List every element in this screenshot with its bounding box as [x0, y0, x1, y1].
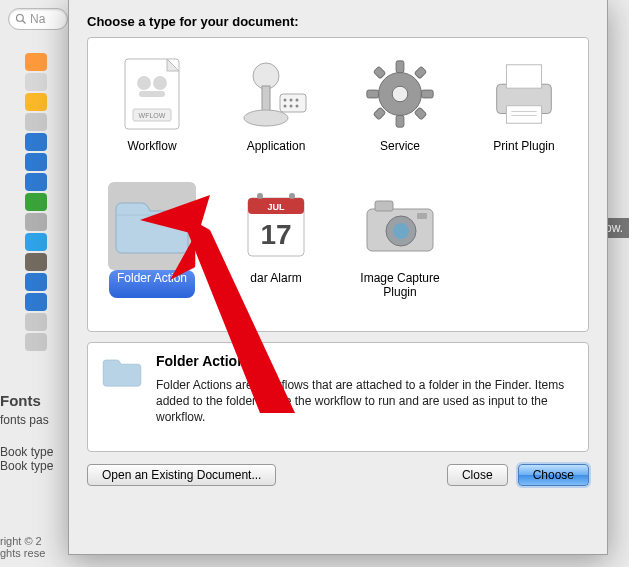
- svg-point-13: [290, 99, 293, 102]
- svg-point-37: [257, 193, 263, 199]
- svg-point-10: [244, 110, 288, 126]
- dock-item[interactable]: [25, 173, 47, 191]
- svg-point-42: [393, 223, 409, 239]
- type-grid-container: WFLOW Workflow: [87, 37, 589, 332]
- dock-item[interactable]: [25, 253, 47, 271]
- service-icon: [356, 50, 444, 138]
- fonts-text: Book type: [0, 459, 53, 473]
- svg-rect-25: [414, 107, 426, 119]
- svg-point-38: [289, 193, 295, 199]
- dock-item[interactable]: [25, 273, 47, 291]
- dock-item[interactable]: [25, 233, 47, 251]
- type-label: Workflow: [119, 138, 184, 166]
- image-capture-plugin-icon: [356, 182, 444, 270]
- svg-rect-7: [139, 91, 165, 97]
- fonts-text: Book type: [0, 445, 53, 459]
- svg-point-19: [392, 86, 408, 102]
- svg-point-15: [284, 105, 287, 108]
- svg-line-1: [23, 21, 26, 24]
- type-service[interactable]: Service: [340, 44, 460, 172]
- choose-button[interactable]: Choose: [518, 464, 589, 486]
- dialog-button-row: Open an Existing Document... Close Choos…: [87, 464, 589, 486]
- type-description-panel: Folder Action Folder Actions are workflo…: [87, 342, 589, 452]
- workflow-icon: WFLOW: [108, 50, 196, 138]
- fonts-text: fonts pas: [0, 413, 53, 427]
- print-plugin-icon: [480, 50, 568, 138]
- svg-rect-11: [280, 94, 306, 112]
- svg-rect-27: [373, 107, 385, 119]
- svg-point-0: [17, 15, 24, 22]
- open-existing-button[interactable]: Open an Existing Document...: [87, 464, 276, 486]
- dialog-title: Choose a type for your document:: [87, 14, 589, 29]
- type-label: Service: [372, 138, 428, 166]
- calendar-alarm-icon: JUL 17: [232, 182, 320, 270]
- type-description-text: Folder Action Folder Actions are workflo…: [156, 353, 576, 441]
- dock-item[interactable]: [25, 213, 47, 231]
- dock-item[interactable]: [25, 333, 47, 351]
- dock-item[interactable]: [25, 73, 47, 91]
- svg-rect-26: [414, 66, 426, 78]
- type-label: Print Plugin: [485, 138, 562, 166]
- svg-text:WFLOW: WFLOW: [139, 112, 166, 119]
- dock-item[interactable]: [25, 313, 47, 331]
- svg-point-12: [284, 99, 287, 102]
- svg-rect-21: [396, 115, 404, 127]
- dock-item[interactable]: [25, 193, 47, 211]
- type-label: Image Capture Plugin: [342, 270, 458, 301]
- dock-item[interactable]: [25, 53, 47, 71]
- svg-rect-43: [417, 213, 427, 219]
- svg-rect-24: [373, 66, 385, 78]
- type-image-capture-plugin[interactable]: Image Capture Plugin: [340, 176, 460, 307]
- fonts-heading: Fonts: [0, 392, 53, 409]
- svg-text:17: 17: [260, 219, 291, 250]
- app-sidebar: [25, 53, 49, 351]
- close-button[interactable]: Close: [447, 464, 508, 486]
- svg-rect-40: [375, 201, 393, 211]
- svg-rect-23: [421, 90, 433, 98]
- bg-fonts-panel: Fonts fonts pas Book type Book type: [0, 392, 53, 473]
- dock-item[interactable]: [25, 113, 47, 131]
- dock-item[interactable]: [25, 153, 47, 171]
- type-print-plugin[interactable]: Print Plugin: [464, 44, 584, 172]
- application-icon: [232, 50, 320, 138]
- svg-point-14: [296, 99, 299, 102]
- type-calendar-alarm[interactable]: JUL 17 dar Alarm: [216, 176, 336, 307]
- search-field[interactable]: Na: [8, 8, 68, 30]
- type-label: Application: [239, 138, 314, 166]
- svg-point-16: [290, 105, 293, 108]
- folder-action-icon: [100, 353, 144, 397]
- document-type-dialog: Choose a type for your document: WFLOW: [68, 0, 608, 555]
- svg-rect-20: [396, 61, 404, 73]
- type-application[interactable]: Application: [216, 44, 336, 172]
- type-workflow[interactable]: WFLOW Workflow: [92, 44, 212, 172]
- svg-point-17: [296, 105, 299, 108]
- description-heading: Folder Action: [156, 353, 576, 369]
- search-icon: [15, 13, 27, 25]
- svg-point-5: [137, 76, 151, 90]
- dock-item[interactable]: [25, 293, 47, 311]
- search-placeholder: Na: [30, 12, 45, 26]
- type-folder-action[interactable]: Folder Action: [92, 176, 212, 307]
- svg-rect-29: [506, 65, 541, 88]
- svg-rect-22: [367, 90, 379, 98]
- svg-point-8: [253, 63, 279, 89]
- description-body: Folder Actions are workflows that are at…: [156, 377, 576, 426]
- type-grid: WFLOW Workflow: [92, 44, 584, 307]
- dock-item[interactable]: [25, 93, 47, 111]
- svg-text:JUL: JUL: [267, 202, 285, 212]
- type-label: Folder Action: [109, 270, 195, 298]
- type-label: dar Alarm: [242, 270, 309, 298]
- svg-rect-30: [506, 106, 541, 124]
- svg-point-6: [153, 76, 167, 90]
- folder-action-icon: [108, 182, 196, 270]
- bg-footer-text: right © 2 ghts rese: [0, 535, 45, 559]
- dock-item[interactable]: [25, 133, 47, 151]
